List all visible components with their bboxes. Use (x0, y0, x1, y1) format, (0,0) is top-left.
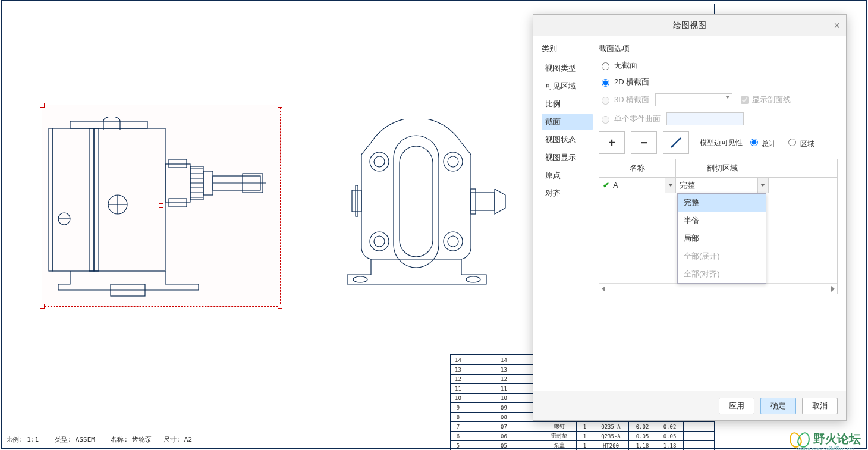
status-name: 名称: 齿轮泵 (111, 436, 151, 443)
category-对齐[interactable]: 对齐 (542, 185, 593, 202)
svg-point-26 (448, 236, 458, 247)
svg-rect-3 (89, 128, 94, 271)
apply-button[interactable]: 应用 (719, 398, 754, 414)
watermark: 野火论坛 www.proewildfire.cn (790, 431, 861, 448)
radio-no-section[interactable]: 无截面 (599, 60, 838, 71)
add-button[interactable]: + (599, 131, 625, 154)
svg-rect-4 (94, 128, 99, 271)
check-icon: ✔ (603, 181, 609, 190)
scroll-left-icon[interactable] (602, 286, 605, 292)
svg-rect-0 (52, 128, 165, 271)
svg-rect-11 (169, 159, 187, 168)
category-截面[interactable]: 截面 (542, 114, 593, 130)
svg-point-21 (444, 152, 463, 171)
dropdown-item[interactable]: 局部 (678, 229, 766, 247)
radio-2d-section[interactable]: 2D 横截面 (599, 77, 838, 87)
radio-3d-section: 3D 横截面 显示剖面线 (599, 93, 838, 106)
svg-rect-29 (471, 193, 495, 210)
svg-point-25 (444, 232, 463, 251)
status-size: 尺寸: A2 (163, 436, 193, 443)
remove-button[interactable]: − (631, 131, 657, 154)
svg-rect-10 (165, 164, 190, 202)
status-bar: 比例: 1:1 类型: ASSEM 名称: 齿轮泵 尺寸: A2 (6, 435, 192, 444)
categories-header: 类别 (542, 43, 593, 54)
drawing-view-dialog: 绘图视图 × 类别 视图类型可见区域比例截面视图状态视图显示原点对齐 截面选项 … (533, 14, 847, 421)
svg-rect-14 (203, 171, 213, 195)
single-surface-combo (666, 112, 744, 125)
cell-name[interactable]: ✔ A (599, 178, 676, 193)
handle-bottom-left[interactable] (40, 304, 45, 309)
area-dropdown-menu: 完整半倍局部全部(展开)全部(对齐) (677, 193, 766, 284)
table-row: 606密封垫1Q235-A0.050.05 (451, 432, 715, 441)
radio-single-surface: 单个零件曲面 (599, 112, 838, 125)
svg-point-19 (370, 152, 389, 171)
drawing-view-left[interactable] (46, 117, 278, 300)
dropdown-item: 全部(展开) (678, 247, 766, 265)
ok-button[interactable]: 确定 (760, 398, 796, 414)
drawing-view-right (333, 119, 517, 303)
flip-direction-button[interactable] (663, 131, 689, 154)
section-grid: 名称 剖切区域 ✔ A 完整 (599, 159, 838, 294)
table-row: 505泵盖1HT2001.181.18 (451, 441, 715, 451)
category-视图状态[interactable]: 视图状态 (542, 131, 593, 148)
svg-point-23 (370, 232, 389, 251)
col-name: 名称 (599, 159, 676, 177)
category-可见区域[interactable]: 可见区域 (542, 78, 593, 95)
category-视图显示[interactable]: 视图显示 (542, 149, 593, 166)
svg-rect-2 (70, 121, 147, 128)
dropdown-item: 全部(对齐) (678, 265, 766, 283)
category-视图类型[interactable]: 视图类型 (542, 60, 593, 77)
section-3d-combo (655, 93, 732, 106)
handle-top-right[interactable] (278, 103, 282, 108)
svg-rect-1 (49, 128, 52, 271)
dropdown-item[interactable]: 半倍 (678, 212, 766, 229)
edge-visibility-label: 模型边可见性 (700, 138, 743, 148)
scroll-right-icon[interactable] (831, 286, 835, 292)
show-section-lines-check: 显示剖面线 (738, 95, 791, 106)
dialog-title: 绘图视图 (673, 20, 706, 31)
category-比例[interactable]: 比例 (542, 96, 593, 112)
radio-vis-area[interactable]: 区域 (785, 137, 814, 149)
svg-point-20 (374, 156, 385, 167)
category-原点[interactable]: 原点 (542, 167, 593, 184)
svg-rect-27 (352, 190, 361, 212)
handle-top-left[interactable] (40, 103, 45, 108)
cancel-button[interactable]: 取消 (802, 398, 838, 414)
svg-point-22 (448, 156, 458, 167)
close-icon[interactable]: × (834, 20, 840, 32)
svg-point-31 (353, 276, 367, 282)
area-dropdown-icon[interactable] (757, 178, 768, 193)
cell-extra (769, 178, 837, 193)
col-area: 剖切区域 (676, 159, 769, 177)
section-options-header: 截面选项 (599, 43, 838, 54)
name-dropdown-icon[interactable] (665, 178, 675, 193)
svg-point-32 (466, 276, 480, 282)
dialog-title-bar[interactable]: 绘图视图 × (533, 15, 846, 36)
radio-vis-total[interactable]: 总计 (747, 137, 776, 149)
cell-area[interactable]: 完整 (676, 178, 768, 193)
handle-bottom-right[interactable] (278, 304, 282, 309)
svg-point-24 (374, 236, 385, 247)
status-scale: 比例: 1:1 (6, 436, 39, 443)
dropdown-item[interactable]: 完整 (678, 194, 766, 212)
table-row: 707螺钉1Q235-A0.020.02 (451, 422, 715, 432)
svg-rect-12 (169, 199, 187, 207)
col-extra (769, 159, 837, 177)
status-type: 类型: ASSEM (55, 436, 95, 443)
